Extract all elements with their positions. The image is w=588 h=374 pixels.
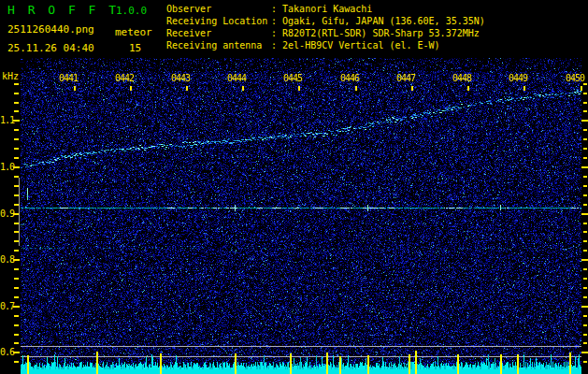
station-info-row: Receiving antenna: 2el-HB9CV Vertical (e… [166,39,485,51]
freq-tick [14,296,19,298]
station-info-label: Observer [166,3,271,15]
time-tick [74,86,76,91]
freq-tick [14,83,19,85]
freq-tick-right [583,223,587,224]
freq-tick-right [581,306,588,308]
app-title: H R O F F T [7,3,119,17]
freq-tick-right [583,176,587,178]
freq-tick [14,129,19,131]
station-info-block: Observer: Takanori KawachiReceiving Loca… [166,3,485,51]
freq-tick-right [583,250,587,252]
freq-tick [13,166,20,168]
time-tick [467,86,469,91]
meteor-count: 15 [129,42,141,54]
freq-tick-right [583,342,587,344]
time-tick-label: 0450 [556,73,584,84]
freq-tick-right [583,296,587,298]
output-filename: 2511260440.png [7,23,94,36]
time-tick-label: 0443 [162,73,190,84]
freq-tick-label: 0.7 [0,301,14,312]
freq-tick-right [583,194,587,196]
freq-tick-label: 1.1 [0,115,14,126]
freq-tick [13,120,20,122]
station-info-row: Observer: Takanori Kawachi [166,3,485,15]
freq-tick [14,268,19,270]
separator-colon: : [271,28,282,38]
freq-tick-right [583,138,587,140]
freq-tick-right [583,361,587,363]
spectrogram-canvas [21,58,581,374]
freq-tick-right [583,324,587,326]
freq-tick [14,102,19,104]
freq-tick-right [581,166,588,168]
time-tick-label: 0442 [106,73,134,84]
freq-tick-right [583,148,587,150]
time-tick-label: 0444 [218,73,246,84]
freq-tick [14,324,19,326]
station-info-row: Receiving Location: Ogaki, Gifu, JAPAN (… [166,15,485,27]
separator-colon: : [271,16,282,26]
freq-tick-right [583,204,587,206]
freq-tick-right [583,334,587,336]
freq-tick-right [581,259,588,261]
freq-tick [13,259,20,261]
freq-tick-right [583,93,587,94]
freq-tick [14,342,19,344]
freq-tick-right [583,240,587,242]
freq-tick [13,352,20,353]
freq-tick [14,110,19,112]
freq-tick [14,93,19,94]
observation-timestamp: 25.11.26 04:40 [7,42,94,54]
time-tick-label: 0446 [331,73,359,84]
freq-tick-right [581,352,588,353]
time-tick [411,86,413,91]
time-tick [130,86,132,91]
freq-tick [14,250,19,252]
station-info-value: Takanori Kawachi [282,4,372,14]
mode-label: meteor [115,26,152,38]
freq-tick [14,138,19,140]
freq-tick [14,287,19,289]
time-tick [298,86,300,91]
freq-tick [14,148,19,150]
frequency-axis-unit: kHz [2,71,19,81]
separator-colon: : [271,40,282,50]
freq-tick-right [581,120,588,122]
freq-tick [14,315,19,317]
freq-tick-right [583,315,587,317]
freq-tick-label: 0.6 [0,347,14,358]
time-tick [355,86,357,91]
freq-tick-label: 1.0 [0,162,14,173]
freq-tick [14,278,19,280]
freq-tick [14,361,19,363]
hrofft-spectrogram-screen: H R O F F T 1.0.0 2511260440.png meteor … [0,0,588,374]
freq-tick-right [583,110,587,112]
freq-tick-right [583,157,587,159]
freq-tick [14,157,19,159]
freq-tick-label: 0.8 [0,254,14,266]
calibration-bar [19,178,20,246]
time-tick-label: 0447 [387,73,415,84]
freq-tick-right [583,231,587,233]
time-tick [581,86,582,91]
freq-tick-right [583,185,587,187]
freq-tick-right [583,268,587,270]
station-info-value: 2el-HB9CV Vertical (el. E-W) [282,40,440,50]
time-tick-label: 0448 [443,73,471,84]
station-info-value: Ogaki, Gifu, JAPAN (136.60E, 35.35N) [282,16,485,26]
freq-tick-right [583,129,587,131]
time-tick-label: 0445 [274,73,302,84]
station-info-label: Receiving antenna [166,39,271,51]
time-tick [523,86,525,91]
time-tick [242,86,244,91]
freq-tick-right [581,213,588,215]
freq-tick [14,334,19,336]
time-tick-label: 0449 [499,73,527,84]
time-tick [186,86,188,91]
station-info-label: Receiving Location [166,15,271,27]
station-info-label: Receiver [166,27,271,39]
freq-tick-right [583,278,587,280]
app-version: 1.0.0 [116,5,147,17]
station-info-row: Receiver: R820T2(RTL-SDR) SDR-Sharp 53.3… [166,27,485,39]
freq-tick [13,306,20,308]
